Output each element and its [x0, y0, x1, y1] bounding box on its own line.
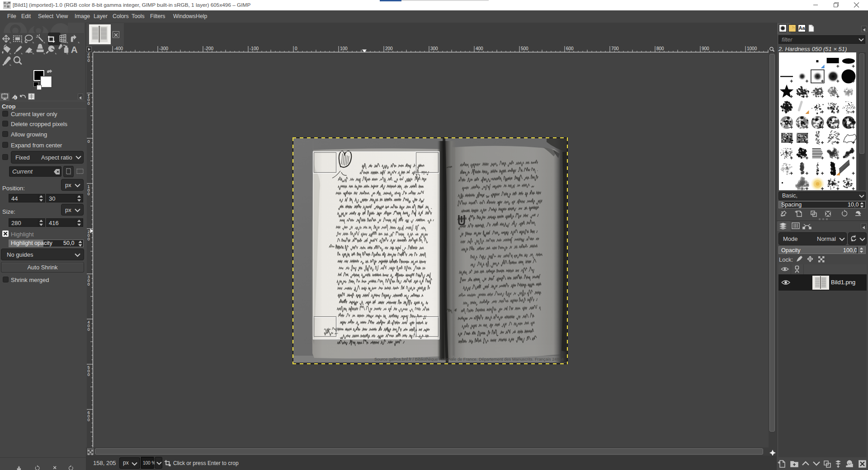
svg-text:-300: -300 — [159, 46, 168, 51]
svg-text:300: 300 — [430, 46, 438, 51]
svg-text:0: 0 — [88, 101, 90, 106]
svg-text:400: 400 — [476, 46, 483, 51]
svg-text:200: 200 — [385, 46, 393, 51]
svg-text:-200: -200 — [204, 46, 213, 51]
svg-text:600: 600 — [566, 46, 574, 51]
svg-text:0: 0 — [88, 327, 90, 332]
svg-text:1000: 1000 — [747, 46, 757, 51]
svg-text:800: 800 — [656, 46, 664, 51]
svg-text:900: 900 — [702, 46, 709, 51]
svg-text:500: 500 — [521, 46, 528, 51]
svg-text:100: 100 — [340, 46, 348, 51]
svg-text:0: 0 — [88, 192, 90, 196]
svg-text:0: 0 — [88, 372, 90, 377]
svg-text:-100: -100 — [250, 46, 259, 51]
svg-text:0: 0 — [88, 237, 90, 241]
svg-text:0: 0 — [88, 58, 90, 63]
svg-text:0: 0 — [88, 418, 90, 422]
svg-text:0: 0 — [88, 282, 90, 287]
svg-text:-400: -400 — [114, 46, 123, 51]
svg-text:700: 700 — [611, 46, 619, 51]
svg-text:A: A — [71, 44, 78, 55]
svg-text:i: i — [14, 96, 15, 99]
svg-text:0: 0 — [88, 139, 90, 144]
svg-text:0: 0 — [295, 46, 297, 51]
